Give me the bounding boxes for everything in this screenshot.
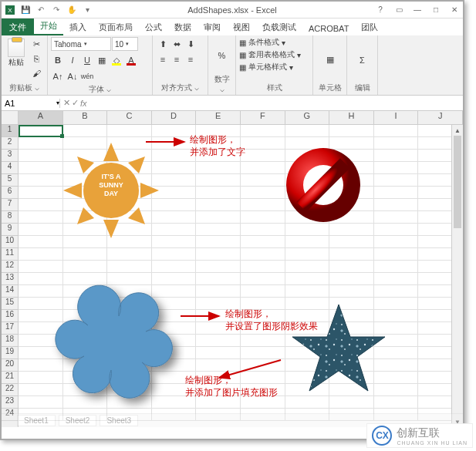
row-header-14[interactable]: 14 <box>2 285 18 298</box>
sheet-tab-1[interactable]: Sheet1 <box>17 415 56 426</box>
row-header-7[interactable]: 7 <box>2 199 18 211</box>
tab-layout[interactable]: 页面布局 <box>93 19 139 35</box>
fx-button[interactable]: fx <box>80 99 87 108</box>
border-button[interactable]: ▦ <box>95 53 109 67</box>
row-header-19[interactable]: 19 <box>2 347 18 359</box>
tab-formulas[interactable]: 公式 <box>139 19 168 35</box>
col-header-D[interactable]: D <box>152 111 197 124</box>
paste-button[interactable]: 粘贴 <box>5 37 28 69</box>
tab-review[interactable]: 审阅 <box>197 19 227 35</box>
col-header-A[interactable]: A <box>19 111 63 124</box>
sheet-tab-3[interactable]: Sheet3 <box>100 415 138 426</box>
row-header-6[interactable]: 6 <box>2 187 18 199</box>
ribbon-display-button[interactable]: ▭ <box>392 4 406 16</box>
tab-team[interactable]: 团队 <box>355 19 384 35</box>
row-header-9[interactable]: 9 <box>2 224 18 236</box>
row-header-1[interactable]: 1 <box>2 125 18 137</box>
col-header-F[interactable]: F <box>241 111 285 124</box>
align-left-button[interactable]: ≡ <box>156 52 170 66</box>
col-header-B[interactable]: B <box>63 111 108 124</box>
ban-shape[interactable] <box>286 148 360 222</box>
row-header-5[interactable]: 5 <box>2 174 18 187</box>
row-header-22[interactable]: 22 <box>2 384 18 396</box>
row-header-2[interactable]: 2 <box>2 137 18 150</box>
cloud-shape[interactable] <box>56 285 173 398</box>
maximize-button[interactable]: □ <box>429 4 443 16</box>
annotation-2: 绘制图形，并设置了图形阴影效果 <box>225 308 318 332</box>
row-header-13[interactable]: 13 <box>2 273 18 285</box>
cell-styles-button[interactable]: ▦单元格样式 ▾ <box>239 62 293 72</box>
col-header-H[interactable]: H <box>329 111 374 124</box>
row-header-17[interactable]: 17 <box>2 322 18 335</box>
enter-fx-button[interactable]: ✓ <box>72 98 79 108</box>
undo-button[interactable]: ↶ <box>34 3 48 17</box>
close-button[interactable]: ✕ <box>447 4 461 16</box>
editing-button[interactable]: Σ <box>356 53 370 67</box>
tab-data[interactable]: 数据 <box>168 19 197 35</box>
cut-button[interactable]: ✂ <box>29 37 43 51</box>
underline-button[interactable]: U <box>80 53 94 67</box>
row-header-15[interactable]: 15 <box>2 298 18 310</box>
help-button[interactable]: ? <box>373 4 387 16</box>
group-number-label: 数字 ⌵ <box>211 74 232 93</box>
format-table-button[interactable]: ▦套用表格格式 ▾ <box>239 49 301 60</box>
col-header-C[interactable]: C <box>107 111 152 124</box>
select-all-corner[interactable] <box>2 111 19 125</box>
row-header-16[interactable]: 16 <box>2 310 18 322</box>
row-header-20[interactable]: 20 <box>2 359 18 372</box>
bold-button[interactable]: B <box>51 53 65 67</box>
font-size-combo[interactable]: 10▾ <box>112 37 138 51</box>
cond-format-icon: ▦ <box>239 39 246 47</box>
fill-color-button[interactable]: ◇ <box>110 53 123 67</box>
format-painter-button[interactable]: 🖌 <box>29 66 43 80</box>
increase-font-button[interactable]: A↑ <box>51 69 65 83</box>
svg-text:X: X <box>8 7 12 14</box>
align-center-button[interactable]: ≡ <box>170 52 184 66</box>
row-headers: 123456789101112131415161718192021222324 <box>2 125 19 427</box>
group-cells-label: 单元格 <box>316 82 343 93</box>
align-middle-button[interactable]: ⬌ <box>170 37 184 51</box>
decrease-font-button[interactable]: A↓ <box>66 69 79 83</box>
col-header-G[interactable]: G <box>285 111 330 124</box>
row-header-4[interactable]: 4 <box>2 162 18 174</box>
row-header-8[interactable]: 8 <box>2 211 18 224</box>
number-format-button[interactable]: % <box>215 49 229 62</box>
conditional-format-button[interactable]: ▦条件格式 ▾ <box>239 37 285 48</box>
tab-file[interactable]: 文件 <box>2 19 34 35</box>
row-header-10[interactable]: 10 <box>2 236 18 248</box>
phonetic-button[interactable]: wén <box>80 69 94 83</box>
cells-button[interactable]: ▦ <box>323 53 337 67</box>
group-editing-label: 编辑 <box>350 82 374 93</box>
tab-insert[interactable]: 插入 <box>63 19 93 35</box>
row-header-12[interactable]: 12 <box>2 261 18 273</box>
col-header-E[interactable]: E <box>196 111 241 124</box>
redo-button[interactable]: ↷ <box>49 3 63 17</box>
copy-button[interactable]: ⎘ <box>29 52 43 66</box>
minimize-button[interactable]: — <box>410 4 424 16</box>
name-box[interactable]: A1▾ <box>2 99 60 108</box>
col-header-J[interactable]: J <box>418 111 463 124</box>
font-combo[interactable]: Tahoma▾ <box>51 37 111 51</box>
col-header-I[interactable]: I <box>374 111 419 124</box>
save-button[interactable]: 💾 <box>19 3 32 17</box>
align-top-button[interactable]: ⬆ <box>156 37 170 51</box>
app-window: X 💾 ↶ ↷ ✋ ▾ AddShapes.xlsx - Excel ? ▭ —… <box>0 0 464 440</box>
title-bar: X 💾 ↶ ↷ ✋ ▾ AddShapes.xlsx - Excel ? ▭ —… <box>2 2 463 19</box>
font-color-button[interactable]: A <box>124 53 138 67</box>
italic-button[interactable]: I <box>66 53 79 67</box>
tab-loadtest[interactable]: 负载测试 <box>256 19 302 35</box>
align-bottom-button[interactable]: ⬇ <box>184 37 197 51</box>
row-header-21[interactable]: 21 <box>2 372 18 384</box>
qat-dropdown[interactable]: ▾ <box>80 3 94 17</box>
tab-home[interactable]: 开始 <box>34 18 63 35</box>
row-header-3[interactable]: 3 <box>2 150 18 162</box>
cancel-fx-button[interactable]: ✕ <box>63 98 70 108</box>
row-header-23[interactable]: 23 <box>2 396 18 409</box>
sheet-tab-2[interactable]: Sheet2 <box>59 415 97 426</box>
tab-view[interactable]: 视图 <box>227 19 256 35</box>
align-right-button[interactable]: ≡ <box>184 52 197 66</box>
touch-button[interactable]: ✋ <box>65 3 79 17</box>
row-header-11[interactable]: 11 <box>2 248 18 261</box>
row-header-18[interactable]: 18 <box>2 335 18 347</box>
tab-acrobat[interactable]: ACROBAT <box>302 22 355 35</box>
